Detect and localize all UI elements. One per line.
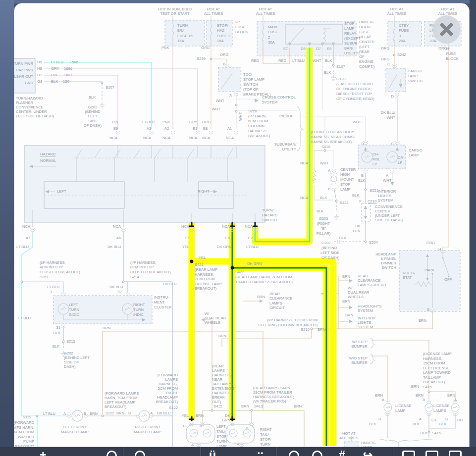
- wire-label: BRN: [294, 404, 302, 408]
- wire-label: TAIL/: [216, 429, 225, 434]
- wire-label: (REAR: [212, 364, 224, 368]
- wire-label: S412: [213, 404, 222, 408]
- diagram-card: HOT IN RUN, BULBTEST OR STARTHOT ATALL T…: [14, 3, 470, 447]
- wire-label: BRN: [90, 411, 98, 416]
- screen-icon-3[interactable]: [449, 451, 462, 456]
- wire-label: C210: [368, 199, 376, 203]
- wire-label: INTERIOR: [378, 189, 396, 194]
- wire-label: S421: [195, 262, 204, 267]
- wire-label: SYSTEM: [358, 308, 373, 313]
- wire-label: BLK: [358, 178, 365, 183]
- zoom-search-icon[interactable]: [106, 451, 117, 456]
- more-dots-icon[interactable]: ••: [258, 449, 264, 456]
- close-button[interactable]: x: [432, 15, 461, 44]
- wire-label: LAMPS: [165, 377, 178, 382]
- wire-label: 15A: [217, 39, 224, 43]
- wire-label: LICENSE: [395, 404, 412, 408]
- wire-label: A3: [147, 126, 151, 131]
- zoom-out-icon[interactable]: [312, 451, 322, 456]
- wire-label: BLK: [369, 422, 376, 426]
- wire-label: G202: [64, 351, 73, 355]
- wire-label: BRN: [257, 295, 265, 299]
- wire-label: B: [84, 411, 86, 416]
- wire-label: SWITCH: [262, 218, 277, 222]
- license-lamp-rh: [451, 404, 459, 411]
- wire-label: STOP/: [260, 437, 272, 442]
- wire-label: BRN: [342, 274, 350, 279]
- wire-label: (UNDER LEFT: [375, 213, 400, 218]
- wire-label: RIGHT: [198, 189, 210, 194]
- wiring-diagram: HOT IN RUN, BULBTEST OR STARTHOT ATALL T…: [14, 3, 470, 447]
- wire-label: ORG: [438, 46, 447, 51]
- wire-label: BRN: [411, 384, 419, 389]
- wire-label: LT BLU: [47, 285, 59, 289]
- wire-label: FUSE 16: [177, 34, 193, 38]
- share-icon[interactable]: ↪: [363, 450, 372, 456]
- wire-label: NCA: [245, 224, 253, 229]
- wire-label: RIGHT: [260, 427, 272, 432]
- wire-label: LH: [431, 418, 436, 422]
- wire-label: MOUNT: [340, 177, 354, 182]
- wire-label: MARKER LAMP: [134, 430, 161, 434]
- wire-label: BLK: [421, 431, 427, 435]
- wire-label: TRAILER HARNESS BREAKOUT): [235, 280, 294, 284]
- wire-label: 3: [50, 290, 52, 294]
- wire-label: (REAR LAMP HARN, 7CM FROM: [235, 275, 292, 279]
- wire-label: DASH): [64, 364, 76, 369]
- screen-icon-2[interactable]: [425, 451, 438, 456]
- zoom-in-icon[interactable]: [289, 451, 299, 456]
- wire-label: BUMPER: [352, 360, 368, 365]
- wire-label: OF CYLINDER HEAD): [336, 97, 374, 101]
- wire-label: DK BLU: [109, 285, 123, 289]
- wire-label: BREAKOUT): [195, 286, 217, 291]
- wire-label: BLK: [352, 193, 359, 198]
- wire-label: HARNESS: [248, 129, 266, 133]
- wire-label: DK BLU: [107, 245, 121, 249]
- wire-label: STOP LAMP: [243, 77, 264, 82]
- wire-label: BREAK-: [212, 395, 226, 400]
- screen-icon-1[interactable]: [402, 451, 415, 456]
- wire-label: GND: [25, 81, 33, 85]
- wire-label: CH-: [372, 152, 379, 156]
- wire-label: E9: [113, 126, 118, 131]
- wire-label: CLEARANCE: [358, 278, 380, 283]
- wire-label: HAZARD: [262, 213, 278, 217]
- wire-label: CLUSTER BREAKOUT): [130, 270, 171, 274]
- wire-label: STOP: [340, 182, 351, 187]
- wire-label: (TOP OF: [243, 87, 259, 92]
- annotate-icon[interactable]: ü: [209, 450, 216, 456]
- wire-label: HOT IN RUN, BULB: [158, 7, 192, 11]
- wire-label: E2: [248, 236, 253, 240]
- wire-label: OFF: [444, 277, 452, 282]
- wire-label: BLK: [53, 344, 59, 349]
- wire-label: 150: [63, 79, 69, 84]
- wire-label: ALL TIMES: [256, 11, 275, 16]
- wire-label: 5CM FROM: [158, 386, 178, 391]
- wire-label: (REAR LAMP: [195, 267, 217, 272]
- wire-label: STOP/: [217, 23, 229, 28]
- user-icon[interactable]: [135, 451, 145, 456]
- wire-label: A: [328, 168, 331, 173]
- wire-label: HEADLAMP: [157, 395, 178, 400]
- wire-label: LIGHTS: [378, 194, 391, 198]
- grid-icon[interactable]: #: [339, 450, 345, 456]
- wire-label: PPL: [51, 73, 58, 77]
- wire-label: 28CM FROM TRAILER: [253, 390, 292, 395]
- wire-label: DUAL REAR: [205, 316, 226, 320]
- wire-label: S210: [301, 327, 310, 332]
- wire-label: 20A: [399, 39, 406, 43]
- plus-icon[interactable]: +: [40, 450, 46, 456]
- wire-label: NCA: [22, 224, 31, 229]
- wire-label: 7CM FROM: [195, 277, 215, 281]
- wire-label: B: [361, 173, 364, 178]
- wire-label: BRN: [345, 313, 353, 317]
- wire-label: HARNESS,: [423, 356, 442, 361]
- wire-label: BLK: [339, 236, 346, 240]
- wire-label: CARGO: [409, 148, 423, 152]
- wire-label: RHEO-: [403, 271, 415, 275]
- wire-label: LAMPS HARN,: [14, 425, 34, 430]
- wire-label: SWITCH: [243, 82, 258, 87]
- wire-label: CENTER: [340, 167, 356, 172]
- wire-label: DUAL REAR: [348, 290, 370, 295]
- wire-label: (REAR LAMPS HARN,: [253, 386, 291, 390]
